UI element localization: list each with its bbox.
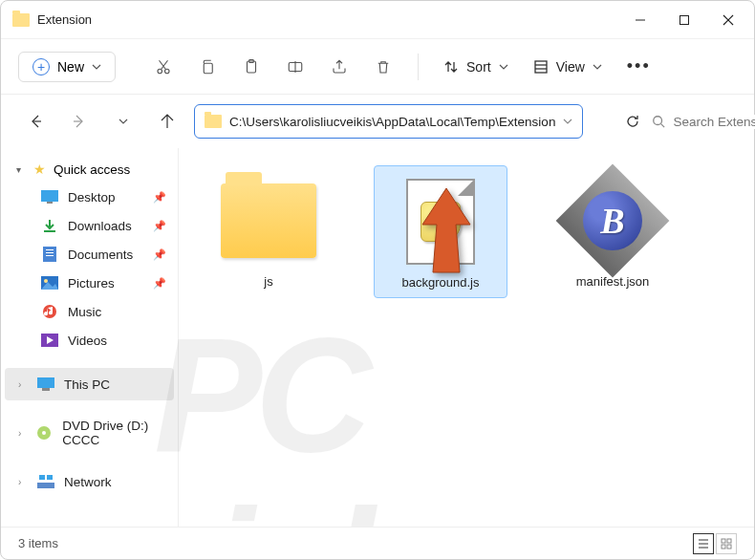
svg-point-31: [42, 431, 46, 435]
sidebar-item-label: Network: [64, 475, 112, 489]
svg-point-25: [44, 279, 48, 283]
chevron-down-icon: [499, 62, 508, 72]
more-options-button[interactable]: •••: [617, 56, 660, 76]
svg-rect-34: [37, 483, 54, 488]
svg-rect-23: [46, 255, 54, 256]
quick-access-header[interactable]: ▾★ Quick access: [5, 156, 174, 183]
search-box[interactable]: [652, 115, 755, 129]
back-button[interactable]: [20, 114, 51, 129]
maximize-button[interactable]: [662, 2, 706, 38]
chevron-down-icon: [593, 62, 602, 72]
sidebar-item-label: Desktop: [68, 190, 116, 205]
sort-button[interactable]: Sort: [434, 54, 518, 80]
sidebar-item-label: This PC: [64, 377, 110, 392]
svg-rect-33: [47, 475, 53, 480]
folder-item-js[interactable]: js: [202, 165, 335, 296]
annotation-arrow: [418, 188, 475, 278]
network-icon: [37, 474, 54, 489]
chevron-down-icon[interactable]: [563, 115, 572, 129]
sidebar-item-label: Downloads: [68, 219, 132, 233]
rename-button[interactable]: [276, 48, 314, 86]
quick-access-label: Quick access: [54, 162, 130, 177]
folder-icon: [221, 183, 316, 258]
svg-rect-32: [39, 475, 45, 480]
sidebar-item-desktop[interactable]: Desktop📌: [5, 183, 174, 211]
address-bar[interactable]: C:\Users\karolisliucveikis\AppData\Local…: [194, 104, 583, 139]
sort-label: Sort: [466, 59, 491, 75]
toolbar: + New Sort View •••: [1, 39, 754, 95]
recent-dropdown[interactable]: [108, 114, 139, 129]
search-icon: [652, 115, 665, 128]
view-label: View: [556, 59, 585, 75]
pin-icon: 📌: [153, 248, 166, 261]
sidebar-item-label: DVD Drive (D:) CCCC: [62, 419, 166, 447]
svg-rect-6: [204, 63, 212, 74]
sidebar-item-videos[interactable]: Videos: [5, 326, 174, 355]
svg-point-5: [165, 69, 170, 74]
close-button[interactable]: [706, 2, 750, 38]
svg-rect-22: [46, 252, 54, 253]
icons-view-toggle[interactable]: [716, 533, 737, 554]
refresh-button[interactable]: [625, 104, 640, 139]
new-label: New: [57, 59, 84, 75]
pin-icon: 📌: [153, 220, 166, 232]
svg-rect-39: [727, 539, 731, 543]
svg-rect-21: [46, 249, 54, 250]
disc-icon: [35, 425, 53, 441]
status-bar: 3 items: [1, 527, 754, 559]
titlebar: Extension: [1, 1, 754, 39]
cut-button[interactable]: [144, 48, 183, 86]
sidebar-item-this-pc[interactable]: ›This PC: [5, 368, 174, 400]
sidebar-item-downloads[interactable]: Downloads📌: [5, 211, 174, 240]
svg-rect-20: [43, 247, 56, 262]
minimize-button[interactable]: [618, 2, 662, 38]
sidebar-item-documents[interactable]: Documents📌: [5, 240, 174, 269]
share-button[interactable]: [320, 48, 358, 86]
svg-rect-11: [535, 61, 547, 73]
delete-button[interactable]: [364, 48, 402, 86]
svg-point-16: [654, 117, 662, 125]
folder-icon: [205, 115, 222, 128]
svg-rect-18: [41, 190, 58, 202]
svg-rect-29: [42, 388, 50, 391]
sidebar-item-label: Documents: [68, 248, 133, 262]
folder-icon: [12, 13, 30, 27]
nav-row: C:\Users\karolisliucveikis\AppData\Local…: [1, 95, 754, 148]
file-item-manifest-json[interactable]: B manifest.json: [546, 165, 680, 296]
pin-icon: 📌: [153, 277, 166, 290]
details-view-toggle[interactable]: [693, 533, 714, 554]
new-button[interactable]: + New: [18, 52, 116, 82]
item-count: 3 items: [18, 536, 58, 550]
pin-icon: 📌: [153, 191, 166, 204]
sidebar-item-music[interactable]: Music: [5, 297, 174, 326]
sidebar-item-label: Music: [68, 305, 101, 319]
sidebar-item-pictures[interactable]: Pictures📌: [5, 269, 174, 297]
desktop-icon: [41, 189, 58, 205]
copy-button[interactable]: [188, 48, 226, 86]
sidebar-item-label: Videos: [68, 334, 107, 348]
up-button[interactable]: [152, 114, 183, 129]
sidebar: ▾★ Quick access Desktop📌 Downloads📌 Docu…: [1, 148, 179, 527]
window-title: Extension: [37, 12, 92, 27]
svg-rect-28: [37, 377, 54, 388]
search-input[interactable]: [673, 115, 755, 129]
pc-icon: [37, 377, 54, 392]
svg-rect-1: [680, 15, 689, 24]
chevron-down-icon: [92, 62, 101, 72]
sidebar-item-network[interactable]: ›Network: [5, 465, 174, 498]
svg-rect-41: [727, 545, 731, 549]
view-icon: [533, 59, 549, 75]
forward-button[interactable]: [64, 114, 95, 129]
sidebar-item-dvd[interactable]: ›DVD Drive (D:) CCCC: [5, 410, 174, 456]
music-icon: [41, 304, 58, 319]
address-path: C:\Users\karolisliucveikis\AppData\Local…: [229, 115, 555, 129]
pictures-icon: [41, 275, 58, 291]
svg-rect-40: [722, 545, 725, 549]
star-icon: ★: [33, 162, 46, 177]
view-button[interactable]: View: [524, 54, 612, 80]
videos-icon: [41, 333, 58, 348]
svg-line-17: [661, 124, 665, 128]
document-icon: [41, 247, 58, 262]
paste-button[interactable]: [232, 48, 270, 86]
sidebar-item-label: Pictures: [68, 276, 115, 291]
